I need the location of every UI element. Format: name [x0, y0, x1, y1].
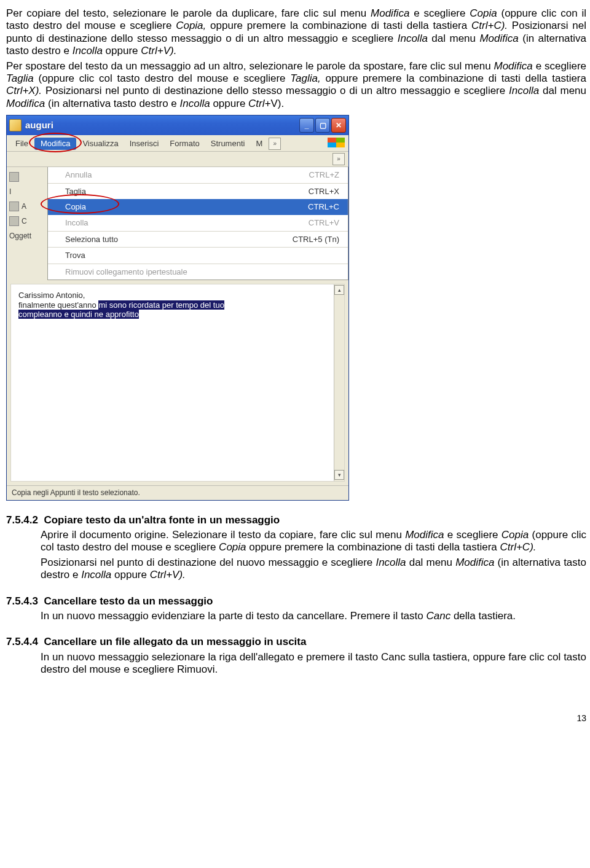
addressbook-icon — [9, 216, 19, 226]
scroll-down-icon[interactable]: ▾ — [334, 470, 344, 480]
app-window: auguri _ ▢ ✕ File Modifica Visualizza In… — [6, 115, 349, 501]
text: Posizionarsi nel punto di destinazione d… — [41, 557, 376, 568]
text: Per spostare del testo da un messaggio a… — [6, 60, 494, 72]
text: e scegliere — [533, 60, 586, 72]
field-label: I — [9, 187, 11, 196]
addressbook-icon — [9, 201, 19, 211]
text: dal menu — [539, 85, 586, 96]
shortcut: CTRL+5 (Tn) — [293, 235, 339, 244]
statusbar: Copia negli Appunti il testo selezionato… — [7, 485, 348, 499]
para-7542-1: Aprire il documento origine. Selezionare… — [41, 529, 586, 554]
page-number: 13 — [6, 713, 586, 724]
scroll-up-icon[interactable]: ▴ — [334, 285, 344, 295]
field-label[interactable]: A — [22, 202, 26, 211]
text: oppure — [210, 98, 248, 109]
para-7543: In un nuovo messaggio evidenziare la par… — [41, 610, 586, 622]
sec-number: 7.5.4.2 — [6, 514, 38, 526]
text: dal menu — [406, 557, 456, 568]
text: Per copiare del testo, selezionare le pa… — [6, 7, 371, 19]
label: Trova — [65, 251, 85, 260]
menu-visualizza[interactable]: Visualizza — [77, 138, 123, 150]
menu-overflow-icon[interactable]: » — [269, 138, 281, 150]
menu-file[interactable]: File — [10, 138, 33, 150]
text: oppure premere la combinazione di tasti … — [321, 72, 586, 84]
text-modifica2: Modifica — [6, 98, 45, 109]
close-button[interactable]: ✕ — [331, 118, 346, 133]
text-copia: Copia — [470, 7, 497, 19]
text: Copia — [219, 541, 246, 553]
shortcut: CTRL+Z — [309, 170, 339, 180]
selected-text: mi sono ricordata per tempo del tuo — [98, 300, 224, 310]
menu-strumenti[interactable]: Strumenti — [206, 138, 250, 150]
shortcut: CTRL+X — [309, 187, 339, 197]
vertical-scrollbar[interactable]: ▴ ▾ — [334, 284, 344, 481]
minimize-button[interactable]: _ — [299, 118, 314, 133]
body-line1: Carissimo Antonio, — [18, 291, 337, 300]
sec-number: 7.5.4.4 — [6, 636, 38, 647]
message-body[interactable]: Carissimo Antonio, finalmente quest'anno… — [10, 284, 345, 482]
text-ctrlc: Ctrl+C). — [471, 20, 508, 31]
dropdown-modifica: AnnullaCTRL+Z TagliaCTRL+X CopiaCTRL+C I… — [47, 167, 348, 280]
text-modifica: Modifica — [371, 7, 409, 19]
text: oppure premere la combinazione di tasti … — [246, 541, 500, 553]
shortcut: CTRL+V — [309, 218, 339, 228]
text: e scegliere — [409, 7, 470, 19]
menu-item-taglia[interactable]: TagliaCTRL+X — [48, 183, 348, 200]
para-7544: In un nuovo messaggio selezionare la rig… — [41, 651, 586, 676]
window-title: auguri — [25, 120, 53, 131]
screenshot-outlook-express: auguri _ ▢ ✕ File Modifica Visualizza In… — [6, 115, 586, 501]
header-fields-column: I A C Oggett — [7, 167, 47, 243]
menu-modifica[interactable]: Modifica — [34, 138, 76, 150]
sec-title: Cancellare testo da un messaggio — [44, 595, 213, 607]
label: Annulla — [65, 170, 92, 180]
label: Rimuovi collegamento ipertestuale — [65, 267, 187, 277]
menubar: File Modifica Visualizza Inserisci Forma… — [7, 135, 348, 152]
text: Copia — [502, 529, 529, 541]
field-label[interactable]: C — [22, 217, 27, 225]
selected-text: compleanno e quindi ne approfitto — [18, 310, 139, 319]
menu-item-seleziona-tutto[interactable]: Seleziona tuttoCTRL+5 (Tn) — [48, 231, 348, 248]
menu-item-incolla: IncollaCTRL+V — [48, 215, 348, 231]
text-ctrlx: Ctrl+X). — [6, 85, 42, 96]
text-v: V). — [270, 98, 284, 109]
text: Ctrl+V). — [150, 569, 186, 581]
shortcut: CTRL+C — [308, 202, 339, 212]
maximize-button[interactable]: ▢ — [315, 118, 330, 133]
menu-formato[interactable]: Formato — [165, 138, 204, 150]
label: Seleziona tutto — [65, 235, 118, 244]
text: e scegliere — [444, 529, 501, 541]
label: Taglia — [65, 187, 86, 197]
sec-title: Copiare testo da un'altra fonte in un me… — [44, 514, 280, 526]
menu-more[interactable]: M — [251, 138, 267, 150]
text-ctrlv: Ctrl+V). — [141, 45, 176, 57]
text: Incolla — [376, 557, 406, 568]
text: In un nuovo messaggio evidenziare la par… — [41, 610, 426, 622]
text: Modifica — [455, 557, 494, 568]
para-7542-2: Posizionarsi nel punto di destinazione d… — [41, 557, 586, 582]
field-icon — [9, 172, 19, 182]
text-incolla: Incolla — [398, 33, 428, 44]
heading-7543: 7.5.4.3 Cancellare testo da un messaggio — [6, 595, 586, 608]
text: Incolla — [81, 569, 111, 581]
text-modifica: Modifica — [494, 60, 532, 72]
text: Ctrl+C). — [500, 541, 536, 553]
body-line3: compleanno e quindi ne approfitto — [18, 310, 337, 319]
text-taglia: Taglia — [6, 72, 34, 84]
windows-logo-icon — [328, 138, 345, 150]
menu-inserisci[interactable]: Inserisci — [125, 138, 164, 150]
menu-item-rimuovi-collegamento: Rimuovi collegamento ipertestuale — [48, 264, 348, 280]
menu-item-trova[interactable]: Trova — [48, 247, 348, 264]
text: della tastiera. — [450, 610, 516, 622]
toolbar-row: » — [7, 152, 348, 167]
app-icon — [9, 119, 22, 131]
text: finalmente quest'anno — [18, 300, 98, 310]
text: oppure — [103, 45, 141, 57]
heading-7542: 7.5.4.2 Copiare testo da un'altra fonte … — [6, 514, 586, 526]
body-line2: finalmente quest'anno mi sono ricordata … — [18, 300, 337, 310]
toolbar-overflow-icon[interactable]: » — [332, 153, 345, 165]
text: Posizionarsi nel punto di destinazione d… — [42, 85, 509, 96]
sec-title: Cancellare un file allegato da un messag… — [44, 636, 306, 647]
paragraph-copy: Per copiare del testo, selezionare le pa… — [6, 7, 586, 58]
menu-item-copia[interactable]: CopiaCTRL+C — [48, 199, 348, 215]
text-incolla: Incolla — [509, 85, 539, 96]
